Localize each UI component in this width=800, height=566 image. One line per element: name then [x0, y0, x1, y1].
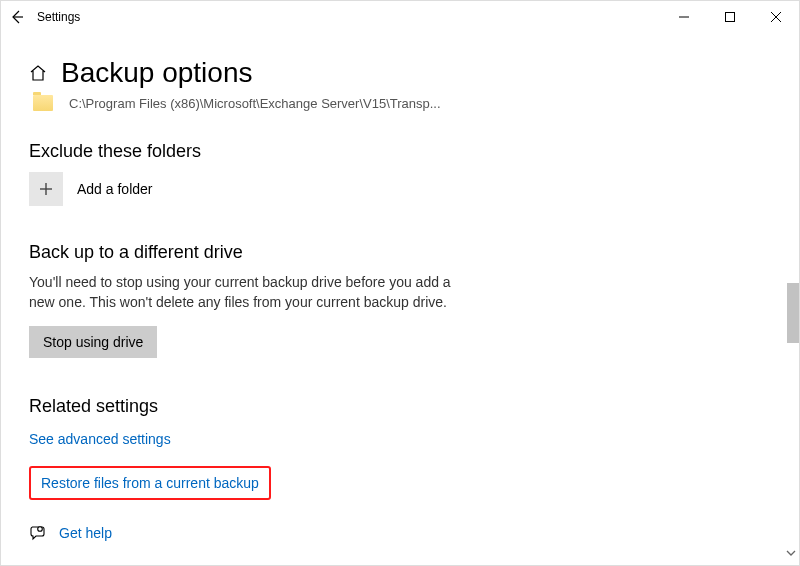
svg-point-6	[38, 527, 43, 532]
minimize-button[interactable]	[661, 1, 707, 33]
page-title: Backup options	[61, 57, 252, 89]
stop-using-drive-button[interactable]: Stop using drive	[29, 326, 157, 358]
add-folder-button[interactable]	[29, 172, 63, 206]
plus-icon	[38, 181, 54, 197]
exclude-heading: Exclude these folders	[29, 141, 771, 162]
maximize-button[interactable]	[707, 1, 753, 33]
different-drive-heading: Back up to a different drive	[29, 242, 771, 263]
content-area: Backup options C:\Program Files (x86)\Mi…	[1, 33, 799, 565]
folder-entry[interactable]: C:\Program Files (x86)\Microsoft\Exchang…	[33, 95, 771, 111]
home-icon[interactable]	[29, 64, 47, 82]
titlebar: Settings	[1, 1, 799, 33]
back-button[interactable]	[9, 9, 25, 25]
advanced-settings-link[interactable]: See advanced settings	[29, 431, 171, 447]
restore-link-highlight: Restore files from a current backup	[29, 466, 271, 500]
add-folder-row[interactable]: Add a folder	[29, 172, 771, 206]
window-controls	[661, 1, 799, 33]
get-help-row[interactable]: Get help	[29, 524, 771, 542]
related-settings-heading: Related settings	[29, 396, 771, 417]
different-drive-description: You'll need to stop using your current b…	[29, 273, 459, 312]
restore-files-link[interactable]: Restore files from a current backup	[41, 475, 259, 491]
scrollbar-thumb[interactable]	[787, 283, 799, 343]
add-folder-label: Add a folder	[77, 181, 153, 197]
folder-icon	[33, 95, 53, 111]
scroll-down-arrow[interactable]	[785, 547, 797, 559]
svg-rect-1	[726, 13, 735, 22]
window-title: Settings	[37, 10, 80, 24]
close-button[interactable]	[753, 1, 799, 33]
chat-help-icon	[29, 524, 47, 542]
get-help-link[interactable]: Get help	[59, 525, 112, 541]
folder-path: C:\Program Files (x86)\Microsoft\Exchang…	[69, 96, 441, 111]
